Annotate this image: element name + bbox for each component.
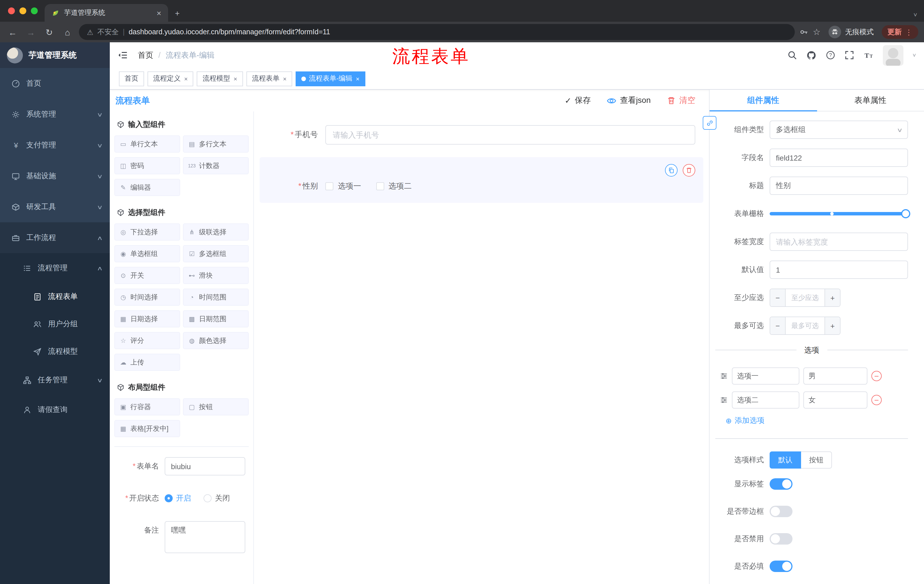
page-tab-process-def[interactable]: 流程定义 × bbox=[147, 71, 193, 86]
palette-item-checkbox-group[interactable]: ☑多选框组 bbox=[183, 245, 249, 262]
drag-handle-icon[interactable] bbox=[720, 372, 728, 380]
view-json-button[interactable]: 查看json bbox=[607, 95, 651, 106]
option-value-input[interactable] bbox=[804, 392, 867, 409]
palette-item-time-picker[interactable]: ◷时间选择 bbox=[114, 289, 180, 306]
checkbox[interactable] bbox=[376, 182, 384, 190]
sidebar-item-leave-query[interactable]: 请假查询 bbox=[0, 395, 110, 424]
option-value-input[interactable] bbox=[804, 367, 867, 385]
app-logo[interactable]: 芋道管理系统 bbox=[0, 42, 110, 68]
gender-option-2[interactable]: 选项二 bbox=[376, 181, 412, 191]
palette-item-row-container[interactable]: ▣行容器 bbox=[114, 398, 180, 415]
form-grid-slider[interactable] bbox=[770, 204, 906, 223]
sidebar-item-process-model[interactable]: 流程模型 bbox=[0, 338, 110, 365]
browser-menu-icon[interactable]: ⋮ bbox=[905, 28, 912, 36]
sidebar-item-infra[interactable]: 基础设施 ∨ bbox=[0, 161, 110, 191]
breadcrumb-home[interactable]: 首页 bbox=[138, 50, 153, 60]
clear-button[interactable]: 清空 bbox=[667, 95, 695, 106]
palette-item-switch[interactable]: ⊙开关 bbox=[114, 267, 180, 284]
avatar-caret-icon[interactable]: ˅ bbox=[912, 52, 916, 58]
password-key-icon[interactable] bbox=[799, 28, 808, 36]
sidebar-item-devtools[interactable]: 研发工具 ∨ bbox=[0, 191, 110, 222]
option-name-input[interactable] bbox=[732, 392, 799, 409]
disabled-switch[interactable] bbox=[770, 533, 792, 545]
radio-open[interactable]: 开启 bbox=[165, 493, 191, 503]
slider-handle[interactable] bbox=[901, 209, 910, 218]
form-name-input[interactable] bbox=[165, 457, 245, 475]
close-window-button[interactable] bbox=[8, 7, 15, 14]
decrease-button[interactable]: − bbox=[770, 317, 785, 334]
page-tab-home[interactable]: 首页 bbox=[119, 71, 144, 86]
sidebar-item-home[interactable]: 首页 bbox=[0, 68, 110, 99]
drag-handle-icon[interactable] bbox=[720, 396, 728, 404]
delete-field-button[interactable] bbox=[683, 164, 695, 176]
minimize-window-button[interactable] bbox=[20, 7, 26, 14]
panel-link-button[interactable] bbox=[703, 116, 716, 130]
help-icon[interactable]: ? bbox=[826, 50, 835, 60]
back-button[interactable]: ← bbox=[6, 28, 20, 36]
palette-item-table[interactable]: ▦表格[开发中] bbox=[114, 420, 180, 437]
search-icon[interactable] bbox=[787, 50, 797, 60]
address-bar[interactable]: ⚠ 不安全 | dashboard.yudao.iocoder.cn/bpm/m… bbox=[79, 24, 794, 40]
tab-search-chevron-icon[interactable]: ˅ bbox=[913, 12, 917, 18]
field-name-input[interactable] bbox=[770, 148, 908, 167]
remove-option-button[interactable]: − bbox=[871, 395, 882, 405]
show-label-switch[interactable] bbox=[770, 478, 792, 490]
sidebar-item-workflow[interactable]: 工作流程 ∧ bbox=[0, 222, 110, 253]
style-button-button[interactable]: 按钮 bbox=[801, 451, 832, 469]
checkbox[interactable] bbox=[325, 182, 333, 190]
user-avatar[interactable] bbox=[883, 45, 903, 66]
palette-item-rate[interactable]: ☆评分 bbox=[114, 332, 180, 349]
gender-option-1[interactable]: 选项一 bbox=[325, 181, 361, 191]
style-default-button[interactable]: 默认 bbox=[770, 451, 801, 469]
bookmark-star-icon[interactable]: ☆ bbox=[813, 27, 820, 37]
selected-gender-field[interactable]: *性别 选项一 选项二 bbox=[260, 157, 703, 203]
required-switch[interactable] bbox=[770, 561, 792, 572]
sidebar-item-process-form[interactable]: 流程表单 bbox=[0, 283, 110, 310]
close-icon[interactable]: × bbox=[234, 75, 237, 82]
close-icon[interactable]: × bbox=[184, 75, 188, 82]
tab-component-props[interactable]: 组件属性 bbox=[710, 90, 817, 111]
palette-item-password[interactable]: ◫密码 bbox=[114, 157, 180, 174]
label-width-input[interactable] bbox=[770, 233, 908, 251]
palette-item-date-range[interactable]: ▩日期范围 bbox=[183, 310, 249, 327]
new-tab-button[interactable]: + bbox=[175, 8, 180, 18]
phone-field-row[interactable]: *手机号 bbox=[267, 125, 695, 145]
border-switch[interactable] bbox=[770, 506, 792, 517]
title-input[interactable] bbox=[770, 176, 908, 195]
form-canvas[interactable]: *手机号 *性别 选项一 bbox=[254, 112, 709, 584]
sidebar-fold-icon[interactable] bbox=[118, 50, 127, 60]
sidebar-item-task-mgmt[interactable]: 任务管理 ∨ bbox=[0, 365, 110, 395]
increase-button[interactable]: + bbox=[825, 317, 840, 334]
tab-form-props[interactable]: 表单属性 bbox=[817, 90, 924, 111]
sidebar-item-process-mgmt[interactable]: 流程管理 ∧ bbox=[0, 253, 110, 283]
palette-item-multi-text[interactable]: ▤多行文本 bbox=[183, 135, 249, 153]
github-icon[interactable] bbox=[806, 50, 817, 60]
palette-item-color-picker[interactable]: ◍颜色选择 bbox=[183, 332, 249, 349]
default-value-input[interactable] bbox=[770, 261, 908, 279]
copy-field-button[interactable] bbox=[665, 164, 678, 176]
palette-item-button[interactable]: ▢按钮 bbox=[183, 398, 249, 415]
palette-item-radio-group[interactable]: ◉单选框组 bbox=[114, 245, 180, 262]
browser-tab[interactable]: 芋道管理系统 × bbox=[45, 4, 168, 22]
radio-closed[interactable]: 关闭 bbox=[203, 493, 230, 503]
font-size-icon[interactable]: TT bbox=[863, 50, 874, 60]
forward-button[interactable]: → bbox=[24, 28, 38, 36]
form-remark-textarea[interactable]: 嘿嘿 bbox=[165, 521, 245, 553]
option-name-input[interactable] bbox=[732, 367, 799, 385]
maximize-window-button[interactable] bbox=[31, 7, 38, 14]
page-tab-process-model[interactable]: 流程模型 × bbox=[197, 71, 243, 86]
palette-item-single-text[interactable]: ▭单行文本 bbox=[114, 135, 180, 153]
palette-item-counter[interactable]: 123计数器 bbox=[183, 157, 249, 174]
browser-update-button[interactable]: 更新 ⋮ bbox=[882, 25, 918, 39]
page-tab-process-form-edit[interactable]: 流程表单-编辑 × bbox=[296, 71, 365, 86]
save-button[interactable]: ✓ 保存 bbox=[564, 95, 591, 106]
sidebar-item-system[interactable]: 系统管理 ∨ bbox=[0, 99, 110, 130]
home-button[interactable]: ⌂ bbox=[61, 28, 74, 36]
close-icon[interactable]: × bbox=[356, 75, 360, 82]
remove-option-button[interactable]: − bbox=[871, 371, 882, 381]
palette-item-date-picker[interactable]: ▦日期选择 bbox=[114, 310, 180, 327]
reload-button[interactable]: ↻ bbox=[42, 28, 56, 36]
phone-input[interactable] bbox=[325, 125, 695, 145]
palette-item-editor[interactable]: ✎编辑器 bbox=[114, 179, 180, 196]
decrease-button[interactable]: − bbox=[770, 289, 785, 306]
